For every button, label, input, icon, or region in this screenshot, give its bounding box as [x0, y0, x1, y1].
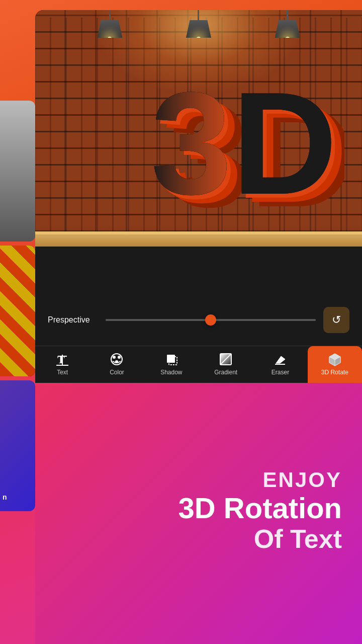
perspective-row: Prespective ↺	[48, 307, 349, 333]
toolbar-item-3d-rotate[interactable]: 3D Rotate	[308, 346, 362, 383]
svg-rect-15	[167, 355, 175, 363]
eraser-icon	[273, 352, 287, 366]
toolbar-item-shadow[interactable]: Shadow	[144, 346, 199, 383]
toolbar-item-eraser[interactable]: Eraser	[253, 346, 307, 383]
lamps-container	[35, 10, 362, 50]
left-card-mid	[0, 246, 35, 376]
reset-icon: ↺	[332, 313, 341, 327]
promo-section: ENJOY 3D Rotation Of Text	[35, 383, 362, 644]
left-card-top	[0, 101, 35, 242]
3d-text-container: 3D 3D 3D 3D 3D 3D	[50, 45, 347, 216]
toolbar-gradient-label: Gradient	[214, 369, 237, 376]
left-card-bot-text: n	[3, 493, 7, 501]
lamp-shade-3	[275, 20, 300, 38]
toolbar: T Text Color Shadow	[35, 346, 362, 383]
controls-area: Prespective ↺	[35, 297, 362, 346]
phone-screen: 3D 3D 3D 3D 3D 3D	[35, 10, 362, 644]
svg-text:T: T	[57, 353, 65, 366]
perspective-slider[interactable]	[106, 319, 316, 321]
lamp-1	[97, 10, 122, 50]
of-text-text: Of Text	[254, 524, 342, 554]
toolbar-color-label: Color	[110, 369, 124, 376]
lamp-3	[275, 10, 300, 50]
canvas-area: 3D 3D 3D 3D 3D 3D	[35, 10, 362, 297]
perspective-label: Prespective	[48, 315, 98, 325]
toolbar-3d-rotate-label: 3D Rotate	[321, 369, 348, 376]
svg-point-13	[118, 356, 121, 359]
lamp-shade-2	[186, 20, 211, 38]
lamp-cord-2	[198, 10, 199, 20]
left-card-bot: n	[0, 380, 35, 511]
rotation-text: 3D Rotation	[178, 492, 342, 524]
svg-point-12	[113, 356, 116, 359]
3d-rotate-icon	[328, 352, 342, 366]
toolbar-item-color[interactable]: Color	[89, 346, 144, 383]
reset-button[interactable]: ↺	[323, 307, 349, 333]
enjoy-text: ENJOY	[263, 468, 342, 492]
lamp-2	[186, 10, 211, 50]
toolbar-item-text[interactable]: T Text	[35, 346, 89, 383]
lamp-shade-1	[97, 20, 122, 38]
shelf	[35, 234, 362, 247]
lamp-cord-1	[109, 10, 111, 20]
toolbar-text-label: Text	[57, 369, 68, 376]
toolbar-item-gradient[interactable]: Gradient	[199, 346, 253, 383]
slider-thumb[interactable]	[205, 314, 216, 326]
gradient-icon	[219, 352, 233, 366]
toolbar-shadow-label: Shadow	[160, 369, 182, 376]
color-icon	[110, 352, 124, 366]
shadow-icon	[164, 352, 178, 366]
toolbar-eraser-label: Eraser	[272, 369, 289, 376]
left-cards-container: n	[0, 101, 35, 511]
lamp-cord-3	[287, 10, 288, 20]
text-icon: T	[55, 352, 69, 366]
floor	[35, 247, 362, 297]
3d-text-svg: 3D 3D 3D 3D 3D 3D	[53, 45, 344, 216]
